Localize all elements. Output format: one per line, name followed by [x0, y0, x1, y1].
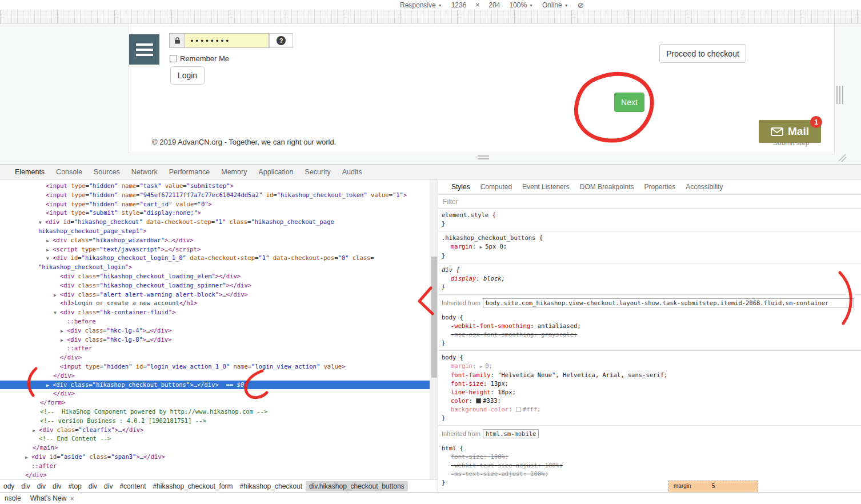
password-input[interactable] — [185, 33, 269, 48]
dom-tree-row[interactable]: <input type="hidden" name="task" value="… — [0, 182, 430, 191]
css-property[interactable]: margin: ▶ 5px 0; — [442, 242, 858, 251]
dom-tree-row[interactable]: </div> — [0, 389, 430, 398]
expand-arrow-icon[interactable]: ▶ — [61, 327, 63, 336]
expand-arrow-icon[interactable]: ▶ — [46, 237, 49, 246]
next-button[interactable]: Next — [614, 93, 644, 112]
viewport-width-input[interactable]: 1236 — [451, 1, 467, 9]
devtools-tab-console[interactable]: Console — [50, 165, 88, 179]
devtools-tab-application[interactable]: Application — [253, 165, 299, 179]
dom-tree-row[interactable]: ▶<script type="text/javascript">…</scrip… — [0, 245, 430, 254]
expand-arrow-icon[interactable]: ▶ — [33, 426, 35, 435]
no-throttling-icon[interactable]: ⊘ — [578, 1, 584, 10]
viewport-height-input[interactable]: 204 — [488, 1, 500, 9]
css-property[interactable]: display: block; — [442, 274, 858, 283]
sidebar-tab-dom-breakpoints[interactable]: DOM Breakpoints — [575, 183, 639, 191]
inherited-node-link[interactable]: body.site.com_hikashop.view-checkout.lay… — [483, 298, 854, 307]
sidebar-tab-event-listeners[interactable]: Event Listeners — [517, 183, 575, 191]
dom-tree-row[interactable]: <!-- End Content --> — [0, 434, 430, 443]
devtools-tab-audits[interactable]: Audits — [337, 165, 368, 179]
dom-tree-row[interactable]: ▼<div class="hk-container-fluid"> — [0, 308, 430, 317]
dom-tree-row[interactable]: <div class="hikashop_checkout_loading_sp… — [0, 281, 430, 290]
expand-arrow-icon[interactable]: ▶ — [54, 291, 57, 300]
inherited-node-link[interactable]: html.sm-mobile — [483, 429, 539, 438]
css-rule[interactable]: .hikashop_checkout_buttons {margin: ▶ 5p… — [438, 231, 861, 263]
shorthand-expand-icon[interactable]: ▶ — [480, 364, 486, 369]
sidebar-tab-computed[interactable]: Computed — [475, 183, 517, 191]
css-property[interactable]: line-height: 18px; — [442, 388, 858, 397]
css-property[interactable]: -webkit-text-size-adjust: 100%; — [442, 461, 858, 470]
breadcrumb-item[interactable]: #hikashop_checkout_form — [149, 481, 236, 491]
css-property[interactable]: font-family: "Helvetica Neue", Helvetica… — [442, 371, 858, 379]
breadcrumb-item[interactable]: #content — [116, 481, 149, 491]
devtools-tab-security[interactable]: Security — [299, 165, 337, 179]
expand-arrow-icon[interactable]: ▶ — [25, 453, 28, 462]
dom-tree-row[interactable]: </div> — [0, 353, 430, 362]
dom-tree-row[interactable]: <input type="hidden" name="945ef672117ff… — [0, 191, 430, 200]
css-property[interactable]: font-size: 100%; — [442, 453, 858, 461]
dom-tree-row[interactable]: ▼<div id="hikashop_checkout" data-checko… — [0, 218, 430, 227]
dom-tree-row[interactable]: ▶<div id="aside" class="span3">…</div> — [0, 453, 430, 462]
css-property[interactable]: background-color: #fff; — [442, 405, 858, 414]
scrollbar-thumb[interactable] — [431, 257, 437, 378]
dom-tree-row[interactable]: ▶<div class="clearfix">…</div> — [0, 426, 430, 435]
breadcrumb-item[interactable]: #hikashop_checkout — [237, 481, 306, 491]
styles-filter-input[interactable] — [443, 198, 580, 206]
devtools-tab-elements[interactable]: Elements — [9, 165, 50, 179]
dom-tree-row[interactable]: ▼<div id="hikashop_checkout_login_1_0" d… — [0, 254, 430, 263]
dom-tree-row[interactable]: hikashop_checkout_page_step1"> — [0, 227, 430, 236]
sidebar-tab-properties[interactable]: Properties — [639, 183, 680, 191]
dom-tree-row[interactable]: <h1>Login or create a new account</h1> — [0, 299, 430, 308]
dom-tree-row[interactable]: <div class="hikashop_checkout_loading_el… — [0, 272, 430, 281]
devtools-tab-sources[interactable]: Sources — [88, 165, 126, 179]
shorthand-expand-icon[interactable]: ▶ — [480, 245, 486, 250]
password-help-button[interactable]: ? — [269, 33, 293, 48]
dom-tree-row[interactable]: "hikashop_checkout_login"> — [0, 263, 430, 272]
dom-tree-row[interactable]: </main> — [0, 443, 430, 453]
dom-tree-row[interactable]: <input type="hidden" name="cart_id" valu… — [0, 200, 430, 209]
breadcrumb-item[interactable]: div — [85, 481, 101, 491]
sidebar-tab-styles[interactable]: Styles — [446, 183, 475, 191]
dom-tree-row[interactable]: ::before — [0, 317, 430, 326]
color-swatch[interactable] — [476, 398, 481, 403]
breadcrumb-item[interactable]: div — [101, 481, 116, 491]
expand-arrow-icon[interactable]: ▶ — [46, 381, 49, 390]
css-rule[interactable]: html {font-size: 100%;-webkit-text-size-… — [438, 442, 861, 490]
dom-tree-row[interactable]: ▶<div class="hkc-lg-8">…</div> — [0, 335, 430, 345]
css-rule[interactable]: div {display: block;} — [438, 263, 861, 295]
dom-tree-row[interactable]: ▶<div class="hkc-lg-4">…</div> — [0, 326, 430, 335]
dom-tree-row[interactable]: ::after — [0, 344, 430, 353]
css-property[interactable]: font-size: 13px; — [442, 379, 858, 388]
drawer-tab-console[interactable]: nsole — [0, 493, 26, 504]
device-type-select[interactable]: Responsive ▼ — [400, 1, 442, 9]
viewport-resize-handle-right[interactable] — [836, 86, 843, 104]
dom-tree-row[interactable]: <input type="hidden" id="login_view_acti… — [0, 362, 430, 371]
color-swatch[interactable] — [516, 407, 521, 412]
devtools-tab-performance[interactable]: Performance — [163, 165, 216, 179]
expand-arrow-icon[interactable]: ▶ — [46, 246, 49, 255]
mail-widget-button[interactable]: Mail 1 — [759, 120, 821, 143]
breadcrumb-item[interactable]: #top — [65, 481, 85, 491]
remember-me-checkbox[interactable] — [170, 55, 177, 62]
drawer-tab-whats-new[interactable]: What's New × — [26, 493, 79, 504]
network-throttle-select[interactable]: Online ▼ — [542, 1, 568, 9]
collapse-arrow-icon[interactable]: ▼ — [39, 218, 42, 227]
dom-tree-row[interactable]: <input type="submit" style="display:none… — [0, 209, 430, 218]
dom-tree-row[interactable]: <!-- version Business : 4.0.2 [190218175… — [0, 417, 430, 426]
dom-tree-row[interactable]: ▶<div class="alert alert-warning alert-b… — [0, 290, 430, 299]
expand-arrow-icon[interactable]: ▶ — [61, 336, 63, 345]
dom-tree-row[interactable]: ::after — [0, 462, 430, 471]
css-rule[interactable]: body {margin: ▶ 0;font-family: "Helvetic… — [438, 351, 861, 426]
css-property[interactable]: -moz-osx-font-smoothing: grayscale; — [442, 330, 858, 339]
devtools-tab-network[interactable]: Network — [126, 165, 163, 179]
css-property[interactable]: -ms-text-size-adjust: 100%; — [442, 470, 858, 478]
dom-tree-row[interactable]: </form> — [0, 398, 430, 407]
breadcrumb-item[interactable]: div.hikashop_checkout_buttons — [306, 481, 408, 491]
dom-tree-row[interactable]: </div> — [0, 371, 430, 381]
hamburger-menu-button[interactable] — [129, 34, 159, 65]
dom-tree-row[interactable]: <!-- HikaShop Component powered by http:… — [0, 407, 430, 417]
dom-tree-row[interactable]: </div> — [0, 471, 430, 480]
zoom-select[interactable]: 100% ▼ — [509, 1, 533, 9]
sidebar-tab-accessibility[interactable]: Accessibility — [680, 183, 728, 191]
css-property[interactable]: -webkit-font-smoothing: antialiased; — [442, 322, 858, 330]
collapse-arrow-icon[interactable]: ▼ — [54, 309, 57, 318]
